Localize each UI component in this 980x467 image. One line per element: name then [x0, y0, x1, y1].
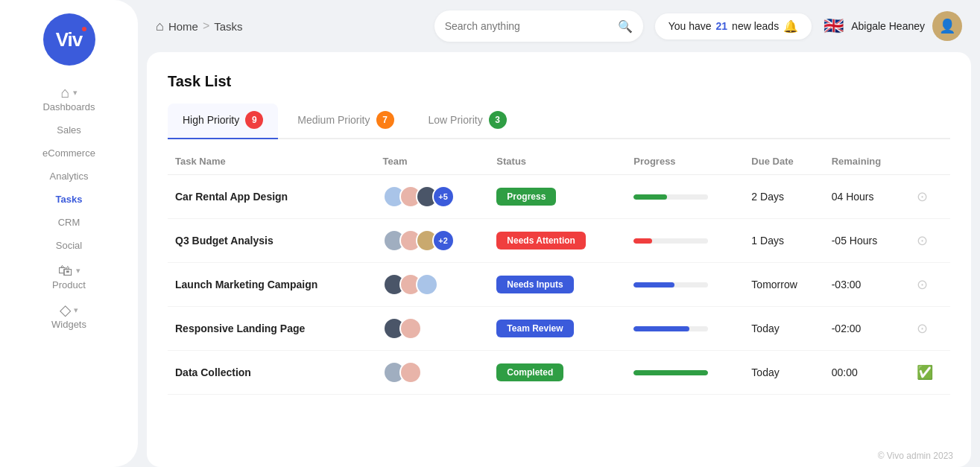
progress-cell	[626, 263, 744, 307]
chevron-down-icon-product: ▾	[76, 266, 80, 276]
progress-bar-fill	[633, 194, 667, 200]
tab-medium-priority[interactable]: Medium Priority 7	[282, 104, 408, 139]
tab-medium-priority-label: Medium Priority	[297, 114, 370, 126]
breadcrumb-current: Tasks	[214, 20, 242, 33]
check-icon[interactable]: ⊙	[917, 277, 928, 292]
user-name: Abigale Heaney	[851, 20, 925, 32]
check-icon[interactable]: ⊙	[917, 321, 928, 336]
progress-cell	[626, 219, 744, 263]
col-status: Status	[489, 150, 626, 175]
chevron-down-icon: ▾	[73, 88, 78, 98]
progress-bar-fill	[633, 238, 652, 244]
sidebar-item-dashboards[interactable]: ⌂ ▾ Dashboards	[0, 79, 138, 117]
task-name: Q3 Budget Analysis	[168, 219, 376, 263]
sidebar-item-crm[interactable]: CRM	[0, 211, 138, 232]
leads-prefix: You have	[668, 20, 712, 32]
leads-badge: You have 21 new leads 🔔	[655, 13, 812, 39]
remaining-cell: 00:00	[824, 351, 909, 395]
sidebar-item-widgets[interactable]: ◇ ▾ Widgets	[0, 296, 138, 334]
remaining-cell: -02:00	[824, 307, 909, 351]
sidebar-item-analytics[interactable]: Analytics	[0, 165, 138, 186]
sidebar: Viv ⌂ ▾ Dashboards Sales eCommerce Analy…	[0, 0, 138, 467]
sidebar-item-product[interactable]: 🛍 ▾ Product	[0, 257, 138, 295]
search-bar[interactable]: 🔍	[434, 10, 643, 42]
col-due-date: Due Date	[744, 150, 823, 175]
content-area: Task List High Priority 9 Medium Priorit…	[147, 52, 971, 445]
progress-bar-wrap	[633, 194, 708, 200]
home-breadcrumb-icon[interactable]: ⌂	[156, 19, 164, 34]
table-row: Responsive Landing PageTeam ReviewToday-…	[168, 307, 950, 351]
tab-high-priority-label: High Priority	[183, 114, 239, 126]
status-badge: Progress	[496, 188, 556, 206]
tab-high-priority[interactable]: High Priority 9	[168, 104, 278, 139]
search-icon: 🔍	[618, 19, 633, 34]
progress-cell	[626, 307, 744, 351]
logo-text: Viv	[56, 28, 83, 51]
sidebar-item-ecommerce[interactable]: eCommerce	[0, 142, 138, 163]
sidebar-label-dashboards: Dashboards	[42, 101, 95, 112]
avatar[interactable]: 👤	[932, 11, 962, 41]
sidebar-item-sales[interactable]: Sales	[0, 118, 138, 140]
remaining-cell: -05 Hours	[824, 219, 909, 263]
search-input[interactable]	[445, 20, 612, 32]
breadcrumb-separator: >	[203, 19, 209, 33]
status-cell: Team Review	[489, 307, 626, 351]
logo[interactable]: Viv	[43, 13, 95, 66]
team-avatars-cell	[376, 263, 490, 307]
breadcrumb: ⌂ Home > Tasks	[156, 19, 243, 34]
task-name: Launch Marketing Campaign	[168, 263, 376, 307]
remaining-cell: 04 Hours	[824, 175, 909, 219]
check-cell: ⊙	[909, 263, 950, 307]
task-name: Data Collection	[168, 351, 376, 395]
status-cell: Completed	[489, 351, 626, 395]
check-cell: ⊙	[909, 307, 950, 351]
tab-low-priority[interactable]: Low Priority 3	[414, 104, 522, 139]
sidebar-item-tasks[interactable]: Tasks	[0, 188, 138, 209]
page-title: Task List	[168, 73, 950, 90]
progress-cell	[626, 351, 744, 395]
home-icon: ⌂	[60, 85, 69, 100]
tab-low-priority-label: Low Priority	[429, 114, 483, 126]
table-row: Data CollectionCompletedToday00:00✅	[168, 351, 950, 395]
avatar-more: +5	[432, 185, 455, 208]
status-badge: Completed	[496, 363, 563, 381]
bell-icon: 🔔	[783, 19, 798, 34]
topbar: ⌂ Home > Tasks 🔍 You have 21 new leads 🔔…	[138, 0, 980, 52]
check-icon[interactable]: ⊙	[917, 233, 928, 248]
progress-bar-wrap	[633, 370, 708, 375]
due-date-cell: Today	[744, 351, 823, 395]
status-cell: Needs Inputs	[489, 263, 626, 307]
progress-bar-wrap	[633, 282, 708, 287]
avatar-more: +2	[432, 229, 455, 252]
team-avatars-cell	[376, 351, 490, 395]
leads-count: 21	[716, 20, 728, 32]
col-remaining: Remaining	[824, 150, 909, 175]
chevron-down-icon-widgets: ▾	[74, 305, 78, 315]
sidebar-label-product: Product	[52, 279, 86, 290]
table-row: Car Rental App Design+5Progress2 Days04 …	[168, 175, 950, 219]
progress-bar-wrap	[633, 238, 708, 244]
sidebar-label-ecommerce: eCommerce	[42, 147, 95, 159]
breadcrumb-home: Home	[168, 20, 198, 33]
team-avatar	[399, 361, 422, 384]
leads-suffix: new leads	[732, 20, 779, 32]
task-name: Car Rental App Design	[168, 175, 376, 219]
check-done-icon[interactable]: ✅	[917, 365, 933, 380]
col-task-name: Task Name	[168, 150, 376, 175]
flag-icon: 🇬🇧	[823, 16, 844, 36]
team-avatars-cell	[376, 307, 490, 351]
sidebar-label-widgets: Widgets	[51, 319, 86, 330]
status-cell: Progress	[489, 175, 626, 219]
sidebar-item-social[interactable]: Social	[0, 234, 138, 255]
remaining-cell: -03:00	[824, 263, 909, 307]
check-cell: ⊙	[909, 219, 950, 263]
tab-low-priority-badge: 3	[489, 111, 507, 129]
team-avatars-cell: +5	[376, 175, 490, 219]
footer: © Vivo admin 2023	[147, 445, 971, 467]
due-date-cell: 2 Days	[744, 175, 823, 219]
footer-text: © Vivo admin 2023	[878, 451, 953, 461]
logo-dot	[80, 25, 88, 33]
sidebar-label-crm: CRM	[58, 217, 80, 228]
sidebar-label-analytics: Analytics	[49, 171, 88, 182]
check-icon[interactable]: ⊙	[917, 189, 928, 204]
